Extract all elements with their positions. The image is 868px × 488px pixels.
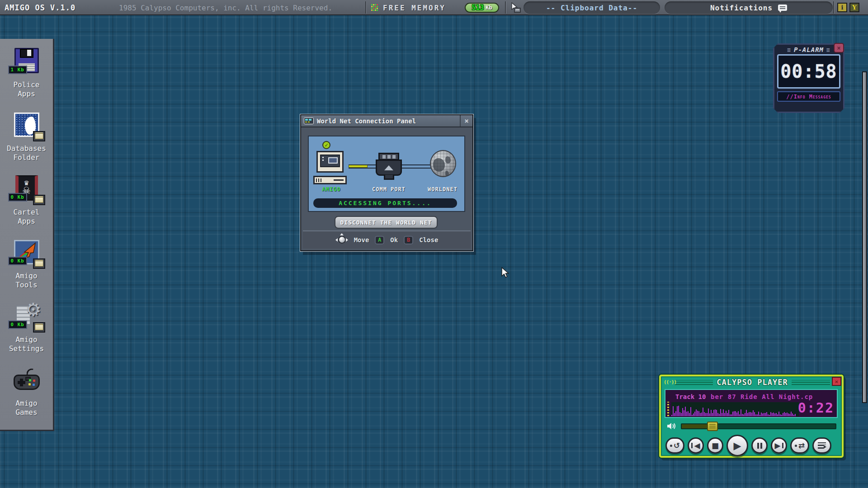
player-close-button[interactable]: × (832, 377, 841, 386)
copyright-text: 1985 Calypso Computers, inc. All rights … (119, 4, 332, 12)
desktop-icon-label: DatabasesFolder (0, 144, 53, 162)
free-memory-label: FREE MEMORY (383, 4, 446, 12)
controller-hint-bar: Move A Ok B Close (303, 230, 471, 249)
alarm-widget: ≡ P-ALARM ≡ 88:88 00:58 //Info Messages … (773, 43, 844, 113)
notifications-label: Notifications (710, 4, 773, 12)
free-memory-value: 513 (472, 4, 484, 12)
hint-close-label: Close (419, 236, 438, 244)
desktop-icon-databases-folder[interactable]: DatabasesFolder (0, 112, 53, 175)
repeat-button[interactable]: ↺ (665, 437, 684, 454)
folder-badge-icon (33, 258, 45, 269)
connection-panel-icon (304, 117, 314, 124)
desktop-icon-amigo-tools[interactable]: 0 Kb AmigoTools (0, 239, 53, 303)
song-title: ber 87 Ride All Night.cp (711, 393, 813, 400)
desktop-icon-cartel-apps[interactable]: ♛☠ 0 Kb CartelApps (0, 175, 53, 239)
comm-port-icon (376, 153, 402, 184)
previous-button[interactable]: ◀ (688, 437, 704, 454)
speed-lines-icon: ≡ (787, 47, 791, 53)
next-button[interactable]: ▶ (771, 437, 787, 454)
desktop-icon-label: AmigoSettings (0, 335, 53, 353)
connection-diagram-panel: ✓ AMIGO COMM PORT WORLDNET ACCESSING POR… (308, 136, 465, 212)
user-badge-icon[interactable]: Y (849, 3, 859, 12)
topbar-divider (505, 1, 506, 14)
gamepad-icon (14, 375, 40, 390)
dialog-titlebar[interactable]: World Net Connection Panel × (301, 115, 472, 127)
desktop-icon-police-apps[interactable]: 1 Kb PoliceApps (0, 48, 53, 112)
top-menu-bar: AMIGO OS V.1.0 1985 Calypso Computers, i… (0, 0, 868, 15)
alarm-close-button[interactable]: × (834, 43, 844, 53)
alarm-title: P-ALARM (794, 46, 824, 53)
active-link-segment (349, 165, 368, 168)
track-number: Track 10 (675, 393, 706, 400)
alarm-clock-display: 88:88 00:58 (777, 54, 840, 89)
desktop-icon-label: AmigoTools (0, 272, 53, 290)
folder-badge-icon (33, 195, 45, 205)
stop-button[interactable]: ■ (707, 437, 723, 454)
connection-line (400, 164, 432, 169)
mouse-cursor (501, 267, 512, 279)
volume-handle[interactable] (707, 422, 718, 431)
desktop-icon-label: AmigoGames (0, 399, 53, 417)
alarm-titlebar[interactable]: ≡ P-ALARM ≡ (777, 45, 840, 54)
desktop: AMIGO OS V.1.0 1985 Calypso Computers, i… (0, 0, 868, 488)
topbar-divider (365, 1, 366, 14)
free-memory-unit: Kb (486, 5, 492, 11)
desktop-icon-amigo-settings[interactable]: ⚙ 0 Kb AmigoSettings (0, 303, 53, 366)
memory-grid-icon (371, 4, 378, 11)
worldnet-globe-icon (430, 150, 456, 177)
waveform-visualizer (671, 402, 799, 416)
clipboard-label: -- Clipboard Data-- (546, 4, 637, 12)
titlebar-stripes (792, 380, 830, 385)
os-title: AMIGO OS V.1.0 (5, 3, 75, 12)
play-button[interactable]: ▶ (726, 435, 748, 456)
node-label-comm-port: COMM PORT (368, 186, 410, 192)
size-badge: 0 Kb (8, 320, 28, 329)
size-badge: 0 Kb (8, 193, 28, 202)
clipboard-panel[interactable]: -- Clipboard Data-- (524, 1, 660, 14)
size-badge: 0 Kb (8, 257, 28, 265)
notifications-panel[interactable]: Notifications (665, 1, 833, 14)
alarm-frame: ≡ P-ALARM ≡ 88:88 00:58 //Info Messages (773, 43, 844, 113)
speaker-icon (666, 422, 677, 430)
volume-slider[interactable] (681, 423, 836, 429)
free-memory-badge: 513 Kb (465, 3, 499, 13)
notification-bubble-icon (778, 5, 787, 11)
size-badge: 1 Kb (8, 66, 28, 74)
volume-row (666, 422, 836, 431)
desktop-icon-amigo-games[interactable]: AmigoGames (0, 366, 53, 430)
dialog-close-button[interactable]: × (460, 115, 472, 127)
alarm-time: 00:58 (780, 61, 837, 82)
folder-badge-icon (33, 322, 45, 333)
info-badge-icon[interactable]: i (837, 3, 847, 12)
drag-select-icon (510, 2, 522, 13)
player-display: Track 10 ber 87 Ride All Night.cp 0:22 (665, 389, 838, 418)
player-title: CALYPSO PLAYER (717, 378, 788, 387)
disconnect-button[interactable]: DISCONNET THE WORLD NET (335, 216, 438, 229)
b-button-icon: B (404, 236, 413, 244)
node-label-amigo: AMIGO (313, 186, 349, 192)
volume-fill (682, 424, 710, 428)
shuffle-button[interactable]: ⇄ (790, 437, 809, 454)
desktop-scrollbar[interactable] (862, 71, 867, 403)
dpad-icon (335, 235, 348, 245)
elapsed-time: 0:22 (798, 401, 834, 415)
player-titlebar[interactable]: ((·)) CALYPSO PLAYER × (661, 376, 842, 388)
alarm-info-messages-button[interactable]: //Info Messages (777, 91, 840, 102)
desktop-icon-label: CartelApps (0, 208, 53, 226)
playlist-button[interactable] (812, 437, 831, 454)
world-net-connection-dialog: World Net Connection Panel × ✓ AMIGO COM… (300, 114, 473, 251)
radio-waves-icon: ((·)) (664, 379, 676, 385)
music-player-window: ((·)) CALYPSO PLAYER × Track 10 ber 87 R… (659, 375, 844, 458)
titlebar-stripes (675, 380, 713, 385)
connected-check-icon: ✓ (322, 141, 330, 149)
dialog-title: World Net Connection Panel (317, 117, 416, 125)
hint-move-label: Move (354, 236, 369, 244)
amigo-computer-icon (313, 151, 349, 184)
desktop-icon-label: PoliceApps (0, 80, 53, 99)
desktop-icon-panel: 1 Kb PoliceApps DatabasesFolder ♛☠ (0, 39, 54, 431)
connection-status-bar: ACCESSING PORTS.... (313, 198, 457, 208)
speed-lines-icon: ≡ (826, 47, 830, 53)
hint-ok-label: Ok (390, 236, 398, 244)
pause-button[interactable] (751, 437, 768, 454)
player-controls: ↺ ◀ ■ ▶ ▶ ⇄ (665, 435, 837, 456)
